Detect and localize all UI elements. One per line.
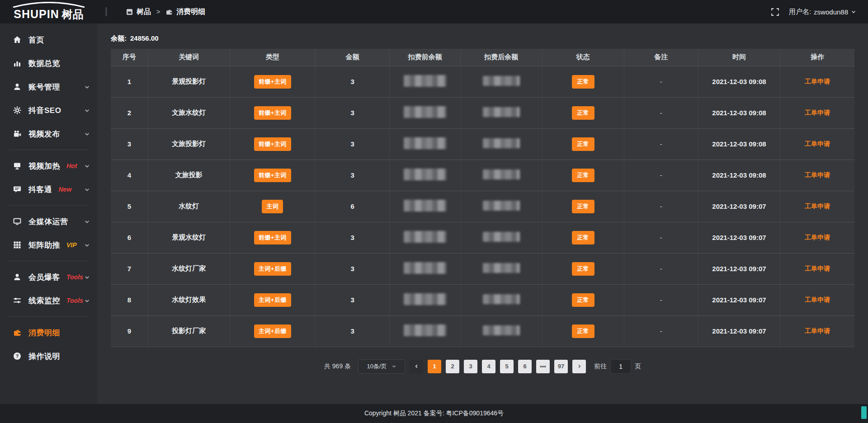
chevron-down-icon [84,274,90,280]
page-size-select[interactable]: 10条/页 [358,359,405,374]
breadcrumb-home[interactable]: 树品 [126,7,151,17]
cell-balance-before [390,191,460,222]
work-order-link[interactable]: 工单申请 [805,202,830,210]
col-remark: 备注 [624,49,698,66]
prev-page-button[interactable] [410,360,423,373]
cell-keyword: 景观投影灯 [148,66,230,97]
page-button-6[interactable]: 6 [518,360,532,373]
status-badge: 正常 [572,231,594,244]
hot-tag: Hot [66,162,77,169]
sliders-icon [13,296,22,305]
user-menu[interactable]: 用户名: zswodun88 [789,8,856,16]
main-content: 余额: 24856.00 序号 关键词 类型 金额 扣费前余额 扣费 [97,24,868,404]
sidebar-item-home[interactable]: 首页 [0,28,97,52]
cell-status: 正常 [542,66,624,97]
wallet-icon [13,329,22,337]
cell-balance-before [390,222,460,253]
sidebar-item-data-overview[interactable]: 数据总览 [0,52,97,75]
masked-value [404,262,446,274]
cell-status: 正常 [542,222,624,253]
cell-type: 前缀+主词 [230,97,315,128]
masked-value [404,106,446,118]
cell-amount: 3 [315,66,390,97]
cell-amount: 3 [315,128,390,160]
balance-value: 24856.00 [130,34,159,43]
sidebar-item-instructions[interactable]: ? 操作说明 [0,344,97,368]
sidebar-item-douyin-seo[interactable]: 抖音SEO [0,99,97,122]
cell-amount: 3 [315,315,390,347]
table-row: 9 投影灯厂家 主词+后缀 3 正常 - 2021-12-03 09:07 工单… [111,315,854,347]
fullscreen-icon[interactable] [771,8,779,16]
work-order-link[interactable]: 工单申请 [805,296,830,303]
video-camera-icon [13,130,22,138]
table-row: 6 景观水纹灯 前缀+主词 3 正常 - 2021-12-03 09:07 工单… [111,222,854,253]
page-size-value: 10条/页 [367,362,387,371]
status-badge: 正常 [572,293,594,307]
cell-type: 主词+后缀 [230,315,315,347]
sidebar-toggle-icon[interactable] [105,7,107,16]
page-button-97[interactable]: 97 [554,360,568,373]
cell-serial: 3 [111,128,148,160]
table-row: 2 文旅水纹灯 前缀+主词 3 正常 - 2021-12-03 09:08 工单… [111,97,854,128]
cell-serial: 7 [111,253,148,284]
sidebar-item-account[interactable]: 账号管理 [0,75,97,99]
work-order-link[interactable]: 工单申请 [805,78,830,85]
masked-value [404,231,446,243]
sidebar-item-consumption-detail[interactable]: 消费明细 [0,321,97,344]
status-badge: 正常 [572,262,594,276]
work-order-link[interactable]: 工单申请 [805,234,830,241]
topbar-right: 用户名: zswodun88 [771,8,868,16]
status-badge: 正常 [572,75,594,89]
chevron-down-icon [84,108,90,113]
vip-tag: VIP [66,241,77,249]
cell-amount: 3 [315,253,390,284]
cell-serial: 2 [111,97,148,128]
goto-page-input[interactable] [610,359,631,374]
cell-type: 前缀+主词 [230,128,315,160]
breadcrumb: 树品 > 消费明细 [126,7,205,17]
side-widget[interactable] [861,406,867,419]
cell-keyword: 景观水纹灯 [148,222,230,253]
cell-status: 正常 [542,160,624,191]
work-order-link[interactable]: 工单申请 [805,327,830,334]
work-order-link[interactable]: 工单申请 [805,140,830,147]
sidebar-item-lead-monitor[interactable]: 线索监控 Tools [0,289,97,312]
page-button-3[interactable]: 3 [464,360,477,373]
cell-remark: - [624,160,698,191]
type-badge: 主词+后缀 [254,324,291,338]
breadcrumb-current[interactable]: 消费明细 [165,7,205,17]
masked-value [404,169,446,180]
cell-amount: 3 [315,97,390,128]
page-button-1[interactable]: 1 [428,360,441,373]
sidebar-item-member-burst[interactable]: 会员爆客 Tools [0,265,97,289]
cell-amount: 3 [315,222,390,253]
next-page-button[interactable] [572,360,586,373]
cell-balance-after [460,253,542,284]
more-pages-button[interactable]: ••• [536,360,550,373]
masked-value [404,200,446,212]
sidebar-item-douketong[interactable]: 抖客通 New [0,178,97,201]
work-order-link[interactable]: 工单申请 [805,109,830,116]
work-order-link[interactable]: 工单申请 [805,171,830,179]
sidebar-item-matrix-boost[interactable]: 矩阵助推 VIP [0,233,97,257]
cell-balance-after [460,191,542,222]
consumption-table: 序号 关键词 类型 金额 扣费前余额 扣费后余额 状态 备注 时间 操作 [111,49,854,347]
cell-status: 正常 [542,128,624,160]
work-order-link[interactable]: 工单申请 [805,265,830,272]
breadcrumb-label: 消费明细 [176,7,205,17]
sidebar-item-video-heat[interactable]: 视频加热 Hot [0,154,97,178]
page-button-4[interactable]: 4 [482,360,495,373]
chevron-down-icon [84,84,90,90]
status-badge: 正常 [572,106,594,120]
grid-icon [13,241,22,249]
chevron-down-icon [84,298,90,304]
page-button-5[interactable]: 5 [500,360,514,373]
table-body: 1 景观投影灯 前缀+主词 3 正常 - 2021-12-03 09:08 工单… [111,66,854,347]
sidebar-item-video-publish[interactable]: 视频发布 [0,122,97,146]
cell-serial: 1 [111,66,148,97]
cell-amount: 6 [315,191,390,222]
cell-time: 2021-12-03 09:08 [698,66,780,97]
page-button-2[interactable]: 2 [446,360,459,373]
sidebar-item-media-operation[interactable]: 全媒体运营 [0,210,97,233]
pagination: 共 969 条 10条/页 1 2 3 4 5 6 ••• 97 [111,359,854,374]
